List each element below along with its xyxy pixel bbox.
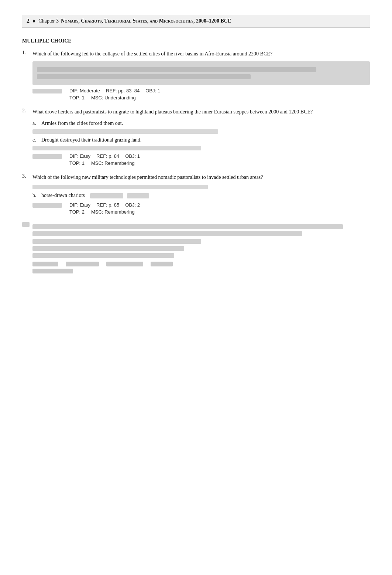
question-1-content: Which of the following led to the collap… — [32, 50, 370, 58]
blurred-row — [32, 146, 201, 150]
dif-label: DIF: Moderate — [69, 88, 100, 93]
obj-value: OBJ: 1 — [125, 153, 140, 159]
blurred-meta-left — [32, 203, 62, 208]
ref-value: REF: p. 84 — [96, 153, 119, 159]
blurred-row — [32, 231, 302, 236]
meta-details: DIF: Moderate REF: pp. 83–84 OBJ: 1 TOP:… — [69, 88, 160, 101]
blurred-meta — [151, 262, 173, 266]
meta-line-bottom: TOP: 1 MSC: Remembering — [69, 160, 140, 166]
q4-content-blurred — [32, 222, 370, 273]
msc-value: MSC: Understanding — [91, 95, 136, 101]
blurred-row — [32, 185, 208, 189]
meta-details: DIF: Easy REF: p. 84 OBJ: 1 TOP: 1 MSC: … — [69, 153, 140, 166]
blurred-row — [32, 246, 184, 251]
option-c-label: c. — [32, 136, 41, 144]
option-a-text: Armies from the cities forced them out. — [41, 119, 370, 127]
q4-number-blurred — [22, 222, 32, 227]
blurred-meta — [32, 262, 58, 266]
meta-line-top: DIF: Moderate REF: pp. 83–84 OBJ: 1 — [69, 88, 160, 93]
option-b-label: b. — [32, 191, 41, 199]
dif-value: Easy — [80, 202, 90, 208]
top-value: TOP: 2 — [69, 209, 85, 215]
question-2-option-c: c. Drought destroyed their traditional g… — [32, 136, 370, 144]
q4-meta-blurred — [32, 262, 370, 266]
q4-msc-blurred — [32, 269, 370, 273]
question-3-number: 3. — [22, 173, 32, 181]
blurred-meta — [106, 262, 143, 266]
blurred-row — [32, 224, 343, 229]
obj-value: OBJ: 2 — [125, 202, 140, 208]
question-3-option-b: b. horse-drawn chariots — [32, 191, 370, 199]
question-2-blurred-d — [32, 146, 370, 150]
question-2-number: 2. — [22, 108, 32, 116]
header-bullet: ♦ — [32, 18, 35, 24]
option-a-label: a. — [32, 119, 41, 127]
question-2-blurred-b — [32, 129, 370, 134]
question-3-text: 3. Which of the following new military t… — [22, 173, 370, 181]
header-number: 2 — [27, 18, 30, 24]
question-4-text-row — [22, 222, 370, 273]
meta-line-top: DIF: Easy REF: p. 85 OBJ: 2 — [69, 202, 140, 208]
blurred-number — [22, 222, 30, 227]
dif-label: DIF: Easy — [69, 202, 90, 208]
question-2-meta: DIF: Easy REF: p. 84 OBJ: 1 TOP: 1 MSC: … — [32, 153, 370, 166]
question-1-answers-blurred — [32, 61, 370, 85]
top-value: TOP: 1 — [69, 160, 85, 166]
option-c-text: Drought destroyed their traditional graz… — [41, 136, 370, 144]
header-chapter-label: Chapter 3 — [38, 18, 59, 24]
obj-value: OBJ: 1 — [145, 88, 160, 93]
ref-value: REF: p. 85 — [96, 202, 119, 208]
meta-line-top: DIF: Easy REF: p. 84 OBJ: 1 — [69, 153, 140, 159]
question-4 — [22, 222, 370, 273]
question-3-meta: DIF: Easy REF: p. 85 OBJ: 2 TOP: 2 MSC: … — [32, 202, 370, 215]
question-2-content: What drove herders and pastoralists to m… — [32, 108, 370, 116]
blurred-inline — [127, 193, 149, 198]
meta-line-bottom: TOP: 1 MSC: Understanding — [69, 95, 160, 101]
blurred-inline — [90, 193, 123, 198]
q4-options-blurred — [32, 239, 370, 258]
question-3: 3. Which of the following new military t… — [22, 173, 370, 215]
dif-value: Easy — [80, 153, 90, 159]
section-title: MULTIPLE CHOICE — [22, 38, 370, 44]
blurred-row — [37, 67, 316, 72]
blurred-row — [32, 239, 201, 244]
blurred-row — [37, 74, 251, 79]
option-b-text: horse-drawn chariots — [41, 191, 370, 199]
question-2-option-a: a. Armies from the cities forced them ou… — [32, 119, 370, 127]
question-3-blurred-a — [32, 185, 370, 189]
blurred-msc — [32, 269, 73, 273]
msc-value: MSC: Remembering — [91, 160, 135, 166]
blurred-row — [32, 253, 174, 258]
question-1: 1. Which of the following led to the col… — [22, 50, 370, 101]
meta-line-bottom: TOP: 2 MSC: Remembering — [69, 209, 140, 215]
blurred-row — [32, 129, 218, 134]
blurred-meta-left — [32, 89, 62, 93]
msc-value: MSC: Remembering — [91, 209, 135, 215]
question-1-meta: DIF: Moderate REF: pp. 83–84 OBJ: 1 TOP:… — [32, 88, 370, 101]
meta-details: DIF: Easy REF: p. 85 OBJ: 2 TOP: 2 MSC: … — [69, 202, 140, 215]
blurred-meta — [66, 262, 99, 266]
question-1-number: 1. — [22, 50, 32, 58]
ref-value: REF: pp. 83–84 — [106, 88, 140, 93]
header-chapter-title: Nomads, Chariots, Territorial States, an… — [61, 18, 231, 24]
question-1-text: 1. Which of the following led to the col… — [22, 50, 370, 58]
page-header: 2 ♦ Chapter 3 Nomads, Chariots, Territor… — [22, 15, 370, 28]
question-2: 2. What drove herders and pastoralists t… — [22, 108, 370, 166]
blurred-meta-left — [32, 154, 62, 159]
top-value: TOP: 1 — [69, 95, 85, 101]
dif-value: Moderate — [80, 88, 100, 93]
dif-label: DIF: Easy — [69, 153, 90, 159]
question-3-content: Which of the following new military tech… — [32, 173, 370, 181]
question-2-text: 2. What drove herders and pastoralists t… — [22, 108, 370, 116]
page: 2 ♦ Chapter 3 Nomads, Chariots, Territor… — [0, 0, 392, 575]
